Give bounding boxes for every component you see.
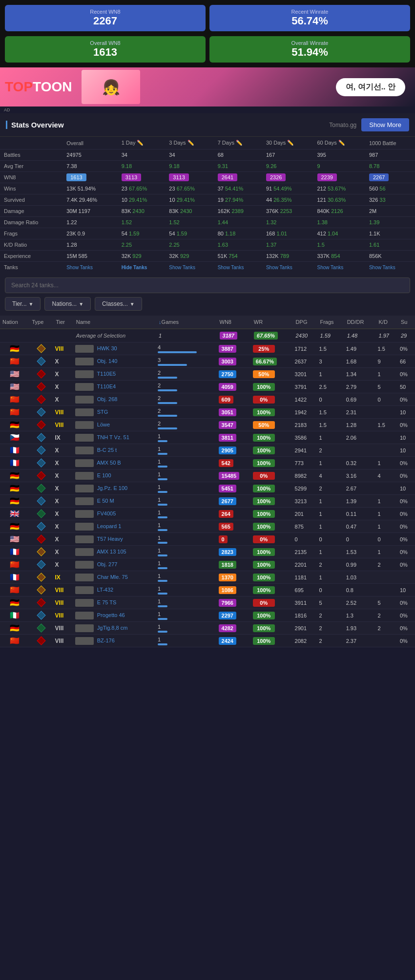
tank-nation: 🇺🇸 bbox=[0, 368, 29, 381]
hide-tanks-link[interactable]: Hide Tanks bbox=[122, 265, 147, 270]
tank-tier: IX bbox=[53, 431, 73, 444]
tank-kd: 1 bbox=[376, 368, 398, 381]
tank-su: 0% bbox=[398, 495, 415, 508]
tank-wr: 100% bbox=[251, 609, 293, 622]
stats-cell: 1.1K bbox=[365, 228, 415, 239]
stats-cell[interactable]: Show Tanks bbox=[365, 262, 415, 273]
tank-wn8: 3547 bbox=[217, 419, 251, 431]
show-tanks-link[interactable]: Show Tanks bbox=[66, 265, 93, 270]
tank-games: 1 bbox=[156, 558, 217, 571]
col-header-label bbox=[0, 137, 62, 149]
recent-wn8-value: 2267 bbox=[11, 15, 200, 27]
stats-row: Wins13K 51.94%23 67.65%23 67.65%37 54.41… bbox=[0, 183, 415, 194]
show-tanks-link[interactable]: Show Tanks bbox=[369, 265, 395, 270]
recent-wn8-label: Recent WN8 bbox=[11, 9, 200, 15]
stats-cell: 1.52 bbox=[118, 217, 166, 228]
stats-cell: 9.31 bbox=[214, 161, 262, 172]
tank-wn8: 4059 bbox=[217, 381, 251, 393]
tank-games: 1 bbox=[156, 622, 217, 635]
tank-kd bbox=[376, 635, 398, 647]
stats-row: Damage30M 119783K 243083K 2430162K 23893… bbox=[0, 206, 415, 217]
tank-name: B-C 25 t bbox=[74, 444, 156, 457]
tank-dpg: 3911 bbox=[293, 597, 318, 609]
tank-nation: 🇫🇷 bbox=[0, 457, 29, 469]
stats-cell[interactable]: Show Tanks bbox=[262, 262, 313, 273]
tank-row: 🇩🇪 VIII E 75 TS 1 7966 0% 3911 5 2.52 5 … bbox=[0, 597, 415, 609]
tank-su: 0% bbox=[398, 457, 415, 469]
stats-cell: 1.38 bbox=[313, 217, 365, 228]
classes-filter-button[interactable]: Classes... ▼ bbox=[95, 297, 142, 311]
tank-nation: 🇩🇪 bbox=[0, 495, 29, 508]
avg-kd: 1.97 bbox=[376, 329, 398, 342]
avg-games: 1 bbox=[156, 329, 217, 342]
col-wn8: WN8 bbox=[217, 316, 251, 329]
avg-frags: 1.59 bbox=[317, 329, 344, 342]
stats-cell: 1.39 bbox=[365, 217, 415, 228]
tank-kd: 1.5 bbox=[376, 419, 398, 431]
stats-cell: 162K 2389 bbox=[214, 206, 262, 217]
tank-table: Nation Type Tier Name ↓Games WN8 WR DPG … bbox=[0, 316, 415, 647]
nations-filter-button[interactable]: Nations... ▼ bbox=[44, 297, 91, 311]
tank-dpg: 1712 bbox=[293, 342, 318, 355]
tank-row: 🇨🇳 X Obj. 277 1 1818 100% 2201 2 0.99 2 … bbox=[0, 558, 415, 571]
tank-wn8: 4282 bbox=[217, 622, 251, 635]
tank-games: 1 bbox=[156, 457, 217, 469]
tank-name: AMX 13 105 bbox=[74, 546, 156, 558]
overall-wn8-value: 1613 bbox=[11, 46, 200, 59]
col-su: Su bbox=[398, 316, 415, 329]
tank-su: 10 bbox=[398, 482, 415, 495]
tank-su: 0% bbox=[398, 342, 415, 355]
tier-filter-button[interactable]: Tier... ▼ bbox=[5, 297, 41, 311]
tank-wn8: 5451 bbox=[217, 482, 251, 495]
tank-games: 2 bbox=[156, 381, 217, 393]
overall-wn8-card: Overall WN8 1613 bbox=[5, 36, 206, 63]
tank-nation: 🇨🇳 bbox=[0, 584, 29, 597]
tank-dddr: 1.39 bbox=[345, 495, 376, 508]
tank-row: 🇩🇪 VIII HWK 30 4 3887 25% 1712 1.5 1.49 … bbox=[0, 342, 415, 355]
stats-cell: 856K bbox=[365, 251, 415, 262]
stats-cell[interactable]: Show Tanks bbox=[313, 262, 365, 273]
tank-nation: 🇨🇳 bbox=[0, 355, 29, 368]
tank-su: 10 bbox=[398, 406, 415, 419]
tank-dpg: 1816 bbox=[293, 609, 318, 622]
tank-tier: VIII bbox=[53, 597, 73, 609]
tank-wr: 100% bbox=[251, 482, 293, 495]
stats-row: Damage Ratio1.221.521.521.441.321.381.39 bbox=[0, 217, 415, 228]
stats-row-label: WN8 bbox=[0, 172, 62, 183]
stats-cell: 560 56 bbox=[365, 183, 415, 194]
stats-cell: 1.37 bbox=[262, 239, 313, 251]
tank-frags: 1.5 bbox=[317, 406, 344, 419]
tank-kd: 1 bbox=[376, 495, 398, 508]
tank-row: 🇩🇪 X E 100 1 15485 0% 8982 4 3.16 4 0% bbox=[0, 469, 415, 482]
show-tanks-link[interactable]: Show Tanks bbox=[317, 265, 344, 270]
tank-su: 0% bbox=[398, 393, 415, 406]
overall-wr-label: Overall Winrate bbox=[215, 40, 404, 46]
tank-frags: 1 bbox=[317, 520, 344, 533]
show-tanks-link[interactable]: Show Tanks bbox=[169, 265, 195, 270]
col-nation: Nation bbox=[0, 316, 29, 329]
stats-cell[interactable]: Show Tanks bbox=[214, 262, 262, 273]
stats-cell[interactable]: Show Tanks bbox=[165, 262, 213, 273]
avg-dddr: 1.48 bbox=[345, 329, 376, 342]
tank-games: 1 bbox=[156, 495, 217, 508]
show-tanks-link[interactable]: Show Tanks bbox=[266, 265, 292, 270]
stats-cell[interactable]: Hide Tanks bbox=[118, 262, 166, 273]
stats-cell: 32K 929 bbox=[118, 251, 166, 262]
search-input[interactable] bbox=[5, 277, 410, 293]
tank-su: 10 bbox=[398, 444, 415, 457]
show-tanks-link[interactable]: Show Tanks bbox=[218, 265, 244, 270]
tank-kd bbox=[376, 444, 398, 457]
tank-dpg: 2201 bbox=[293, 558, 318, 571]
tank-frags: 2.5 bbox=[317, 381, 344, 393]
tank-kd: 0 bbox=[376, 393, 398, 406]
tank-name: BZ-176 bbox=[74, 635, 156, 647]
tank-row: 🇩🇪 VIII Löwe 2 3547 50% 2183 1.5 1.28 1.… bbox=[0, 419, 415, 431]
show-more-button[interactable]: Show More bbox=[361, 118, 409, 131]
tank-tier: X bbox=[53, 520, 73, 533]
tank-row: 🇨🇿 IX TNH T Vz. 51 1 3811 100% 3586 1 2.… bbox=[0, 431, 415, 444]
stats-cell[interactable]: Show Tanks bbox=[62, 262, 117, 273]
tank-nation: 🇮🇹 bbox=[0, 609, 29, 622]
tank-name: T110E5 bbox=[74, 368, 156, 381]
tank-frags: 2 bbox=[317, 622, 344, 635]
col-games[interactable]: ↓Games bbox=[156, 316, 217, 329]
